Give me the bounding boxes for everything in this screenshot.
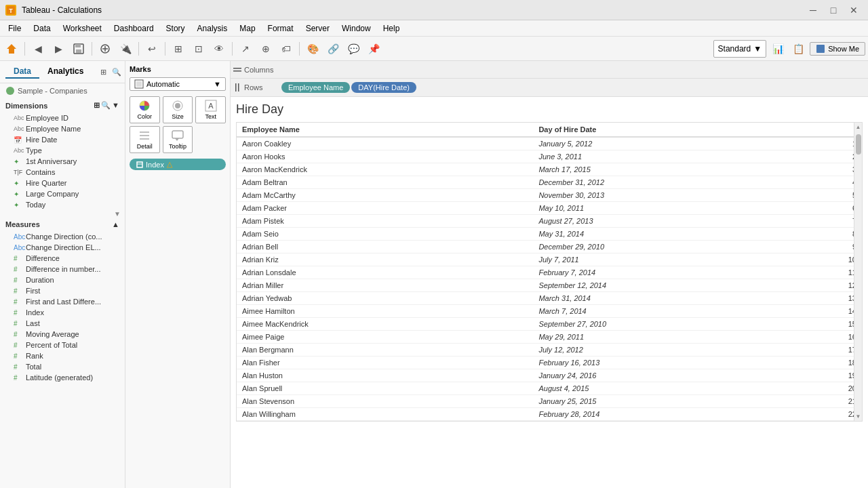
table-row: Adrian Miller September 12, 2014 12: [237, 279, 862, 292]
measure-diff-number[interactable]: # Difference in number...: [0, 264, 125, 274]
marks-detail-btn[interactable]: Detail: [130, 126, 160, 153]
marks-size-btn[interactable]: Size: [163, 96, 193, 123]
tf-icon: T|F: [14, 169, 23, 176]
title-bar-left: T Tableau - Calculations: [5, 5, 102, 16]
toolbar-back[interactable]: ◀: [29, 40, 47, 58]
dim-hire-quarter[interactable]: ✦ Hire Quarter: [0, 178, 125, 188]
menu-story[interactable]: Story: [161, 22, 191, 35]
menu-analysis[interactable]: Analysis: [192, 22, 233, 35]
cell-hire-date: September 12, 2014: [533, 279, 835, 292]
maximize-button[interactable]: □: [825, 1, 842, 19]
menu-map[interactable]: Map: [234, 22, 260, 35]
search-dim-icon[interactable]: 🔍: [101, 101, 111, 110]
marks-tooltip-label: Tooltip: [169, 143, 186, 150]
tab-analytics[interactable]: Analytics: [39, 65, 92, 79]
measure-duration[interactable]: # Duration: [0, 274, 125, 285]
toolbar-tooltip[interactable]: 💬: [344, 40, 362, 58]
measure-change-dir-co[interactable]: Abc Change Direction (co...: [0, 231, 125, 242]
marks-type-dropdown[interactable]: Automatic ▼: [130, 77, 226, 91]
dim-employee-name[interactable]: Abc Employee Name: [0, 123, 125, 134]
toolbar-layout[interactable]: ⊞: [170, 40, 187, 58]
table-row: Aaron Coakley January 5, 2012 1: [237, 137, 862, 150]
scroll-thumb[interactable]: [856, 134, 861, 155]
marks-color-btn[interactable]: Color: [130, 96, 160, 123]
dim-hire-date[interactable]: 📅 Hire Date: [0, 134, 125, 145]
scroll-down-dims[interactable]: ▼: [114, 210, 121, 218]
measure-first-last-diff[interactable]: # First and Last Differe...: [0, 296, 125, 307]
scroll-up-arrow[interactable]: ▲: [854, 123, 863, 131]
toolbar-fit[interactable]: ⊡: [190, 40, 208, 58]
collapse-measures-icon[interactable]: ▲: [112, 220, 119, 228]
measure-total[interactable]: # Total: [0, 361, 125, 372]
measure-index[interactable]: # Index: [0, 307, 125, 318]
dim-today[interactable]: ✦ Today: [0, 199, 125, 210]
search-icon[interactable]: 🔍: [111, 66, 123, 78]
toolbar-forward[interactable]: ▶: [50, 40, 67, 58]
scroll-down-arrow[interactable]: ▼: [854, 412, 863, 421]
show-me-button[interactable]: Show Me: [810, 42, 865, 56]
close-button[interactable]: ✕: [845, 1, 863, 19]
toolbar-chart1[interactable]: 📊: [769, 40, 787, 58]
left-panel-tabs: Data Analytics ⊞ 🔍 +: [0, 61, 125, 83]
dim-employee-id[interactable]: Abc Employee ID: [0, 113, 125, 123]
main-area: Data Analytics ⊞ 🔍 + Sample - Companies …: [0, 61, 868, 488]
dim-large-company[interactable]: ✦ Large Company: [0, 188, 125, 199]
menu-data[interactable]: Data: [28, 22, 56, 35]
data-table-container[interactable]: Employee Name Day of Hire Date Aaron Coa…: [236, 122, 863, 422]
measure-last[interactable]: # Last: [0, 318, 125, 329]
toolbar-new-datasource[interactable]: [96, 40, 114, 58]
minimize-button[interactable]: ─: [804, 1, 822, 19]
dimensions-header: Dimensions ⊞ 🔍 ▼: [0, 98, 125, 113]
toolbar-undo[interactable]: ↩: [143, 40, 161, 58]
measure-change-dir-el[interactable]: Abc Change Direction EL...: [0, 242, 125, 253]
measure-latitude[interactable]: # Latitude (generated): [0, 372, 125, 383]
grid-view-icon[interactable]: ⊞: [97, 66, 109, 78]
toolbar-group[interactable]: ⊕: [257, 40, 275, 58]
measure-first[interactable]: # First: [0, 285, 125, 296]
toolbar-sep-4: [165, 42, 165, 56]
measure-moving-avg[interactable]: # Moving Average: [0, 329, 125, 340]
index-pill[interactable]: Index △: [130, 159, 226, 170]
menu-worksheet[interactable]: Worksheet: [58, 22, 107, 35]
hash-icon: #: [14, 374, 23, 382]
toolbar-home[interactable]: [3, 40, 20, 58]
menu-file[interactable]: File: [3, 22, 26, 35]
window-controls[interactable]: ─ □ ✕: [804, 1, 863, 19]
measure-label: First and Last Differe...: [26, 298, 101, 306]
toolbar-connect[interactable]: 🔌: [117, 40, 134, 58]
measure-percent-total[interactable]: # Percent of Total: [0, 340, 125, 350]
toolbar-save[interactable]: [70, 40, 87, 58]
toolbar-chart2[interactable]: 📋: [789, 40, 807, 58]
calendar-icon: 📅: [14, 136, 23, 144]
tab-data[interactable]: Data: [5, 65, 39, 79]
employee-name-pill[interactable]: Employee Name: [281, 82, 350, 93]
dim-1st-anniversary[interactable]: ✦ 1st Anniversary: [0, 156, 125, 167]
measure-difference[interactable]: # Difference: [0, 253, 125, 264]
toolbar-link[interactable]: 🔗: [324, 40, 342, 58]
scroll-bar[interactable]: ▲ ▼: [854, 123, 862, 421]
marks-tooltip-btn[interactable]: Tooltip: [163, 126, 193, 153]
menu-server[interactable]: Server: [300, 22, 335, 35]
toolbar-action[interactable]: ↗: [237, 40, 254, 58]
toolbar-pin[interactable]: 📌: [365, 40, 382, 58]
add-icon[interactable]: +: [124, 66, 125, 78]
expand-icon[interactable]: ▼: [112, 101, 119, 110]
table-body: Aaron Coakley January 5, 2012 1 Aaron Ho…: [237, 137, 862, 421]
toolbar-view[interactable]: 👁: [210, 40, 228, 58]
dim-contains[interactable]: T|F Contains: [0, 167, 125, 178]
standard-dropdown[interactable]: Standard ▼: [713, 40, 767, 58]
measure-rank[interactable]: # Rank: [0, 350, 125, 361]
toolbar-color-blind[interactable]: 🎨: [304, 40, 321, 58]
table-row: Aaron Hooks June 3, 2011 2: [237, 150, 862, 163]
menu-dashboard[interactable]: Dashboard: [108, 22, 159, 35]
menu-help[interactable]: Help: [378, 22, 406, 35]
svg-rect-4: [75, 44, 81, 47]
hire-date-pill[interactable]: DAY(Hire Date): [351, 82, 416, 93]
sort-icon[interactable]: ⊞: [94, 101, 100, 110]
dim-type[interactable]: Abc Type: [0, 145, 125, 156]
marks-text-btn[interactable]: A Text: [195, 96, 226, 123]
menu-window[interactable]: Window: [336, 22, 376, 35]
menu-format[interactable]: Format: [262, 22, 299, 35]
toolbar-label[interactable]: 🏷: [277, 40, 295, 58]
app-title: Tableau - Calculations: [22, 5, 102, 15]
